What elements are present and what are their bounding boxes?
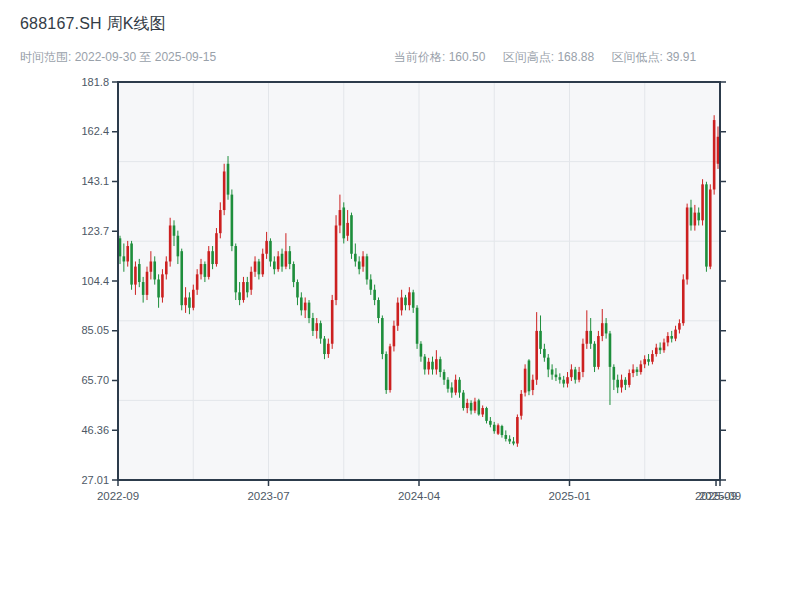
candle-body xyxy=(535,331,538,380)
candle-body xyxy=(420,344,423,357)
candle-body xyxy=(161,274,164,297)
x-axis-label: 2025-01 xyxy=(548,490,590,502)
candle-body xyxy=(396,303,399,326)
y-axis-label: 143.1 xyxy=(81,175,109,187)
candle-body xyxy=(705,184,708,266)
candle-body xyxy=(613,367,616,380)
candle-body xyxy=(358,261,361,269)
candle-body xyxy=(319,323,322,338)
candle-body xyxy=(312,318,315,331)
candle-body xyxy=(497,425,500,433)
candle-body xyxy=(265,241,268,254)
candle-body xyxy=(674,330,677,339)
candle-body xyxy=(454,380,457,393)
candle-body xyxy=(153,261,156,279)
candle-body xyxy=(373,290,376,300)
candle-body xyxy=(165,261,168,274)
candle-body xyxy=(393,326,396,347)
candle-body xyxy=(528,360,531,391)
candle-body xyxy=(369,279,372,289)
candle-body xyxy=(146,272,149,295)
x-axis-label: 2025-09 xyxy=(699,490,741,502)
candle-body xyxy=(431,362,434,370)
candle-body xyxy=(234,246,237,292)
candle-body xyxy=(670,336,673,339)
candle-body xyxy=(157,279,160,297)
candle-body xyxy=(342,207,345,238)
candle-body xyxy=(327,344,330,354)
candle-body xyxy=(138,264,141,282)
candle-body xyxy=(377,300,380,318)
candle-body xyxy=(586,331,589,344)
candle-body xyxy=(690,207,693,225)
candle-body xyxy=(686,207,689,279)
candle-body xyxy=(443,372,446,380)
candle-body xyxy=(389,346,392,390)
candle-body xyxy=(562,380,565,384)
candle-body xyxy=(470,403,473,411)
candle-body xyxy=(447,380,450,389)
candle-body xyxy=(489,421,492,425)
candle-body xyxy=(285,251,288,266)
candle-body xyxy=(636,369,639,372)
candle-body xyxy=(339,210,342,225)
candle-body xyxy=(601,323,604,336)
candle-body xyxy=(273,261,276,269)
candle-body xyxy=(412,292,415,307)
kline-page: { "header": { "title": "688167.SH 周K线图",… xyxy=(0,0,800,600)
candle-body xyxy=(574,369,577,379)
candle-body xyxy=(505,435,508,439)
y-axis-label: 85.05 xyxy=(81,324,109,336)
candle-body xyxy=(682,279,685,323)
candle-body xyxy=(269,241,272,262)
candle-body xyxy=(628,373,631,385)
candle-body xyxy=(400,297,403,310)
candle-body xyxy=(323,339,326,354)
candle-body xyxy=(296,282,299,297)
candle-body xyxy=(408,292,411,305)
candle-body xyxy=(196,274,199,289)
candle-body xyxy=(524,369,527,393)
candle-body xyxy=(717,137,720,164)
x-axis-label: 2022-09 xyxy=(97,490,139,502)
candle-body xyxy=(204,264,207,277)
candle-body xyxy=(624,380,627,385)
candle-body xyxy=(659,348,662,351)
candle-body xyxy=(177,236,180,257)
candle-body xyxy=(516,417,519,443)
candle-body xyxy=(416,308,419,344)
candle-body xyxy=(123,256,126,261)
candle-body xyxy=(551,369,554,374)
candle-body xyxy=(335,225,338,300)
candle-body xyxy=(180,251,183,305)
candle-body xyxy=(346,223,349,236)
candle-body xyxy=(427,362,430,370)
candle-body xyxy=(501,426,504,435)
candle-body xyxy=(134,267,137,285)
candle-body xyxy=(304,303,307,311)
candle-body xyxy=(354,254,357,262)
candle-body xyxy=(547,358,550,370)
candle-body xyxy=(250,272,253,290)
candle-body xyxy=(315,323,318,331)
candle-body xyxy=(632,369,635,373)
candle-body xyxy=(508,439,511,442)
candle-body xyxy=(709,189,712,266)
candle-body xyxy=(242,282,245,300)
candle-body xyxy=(667,336,670,342)
candle-body xyxy=(697,213,700,221)
candle-body xyxy=(532,380,535,390)
candle-body xyxy=(570,369,573,377)
candle-body xyxy=(543,349,546,358)
candle-body xyxy=(211,251,214,264)
candle-body xyxy=(512,441,515,443)
y-axis-label: 27.01 xyxy=(81,474,109,486)
candle-body xyxy=(439,359,442,372)
candle-body xyxy=(246,282,249,292)
candle-body xyxy=(466,403,469,408)
candle-body xyxy=(713,120,716,189)
candle-body xyxy=(238,292,241,300)
candle-body xyxy=(169,225,172,261)
y-axis-label: 162.4 xyxy=(81,125,109,137)
y-axis-label: 46.36 xyxy=(81,424,109,436)
